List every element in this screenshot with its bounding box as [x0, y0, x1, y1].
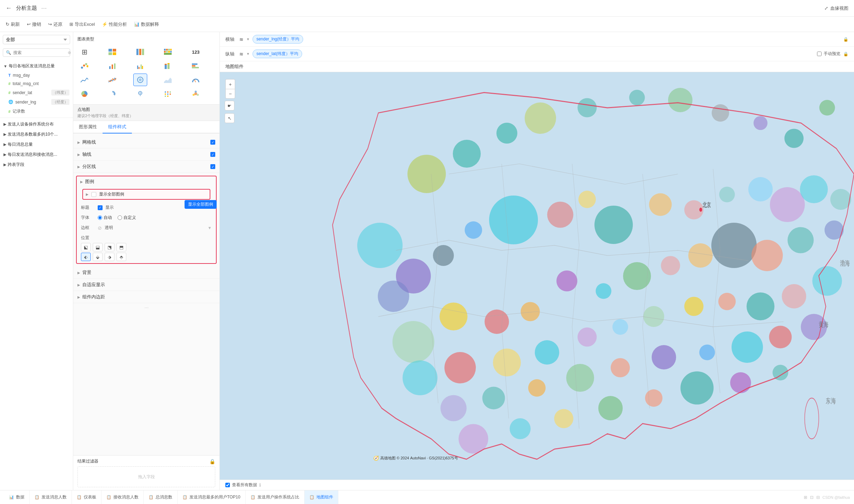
back-icon[interactable]: ←	[6, 5, 12, 12]
pos-br[interactable]: ⬗	[105, 253, 114, 261]
axislines-section[interactable]: ▶ 轴线	[73, 148, 219, 161]
y-lock-icon[interactable]: 🔒	[843, 52, 848, 56]
sidebar-item-total-msg[interactable]: # total_msg_cnt	[0, 79, 73, 88]
chart-icon-table[interactable]: ⊞	[77, 46, 91, 58]
gridlines-section[interactable]: ▶ 网格线	[73, 136, 219, 148]
font-custom-radio[interactable]	[118, 215, 122, 220]
data-interpret-btn[interactable]: 📊 数据解释	[134, 21, 159, 28]
bottom-tab-dashboard[interactable]: 📋 仪表板	[72, 490, 102, 504]
x-axis-dropdown-icon[interactable]: ▼	[246, 37, 250, 41]
chart-icon-pie[interactable]	[77, 87, 91, 100]
x-axis-tag[interactable]: sender_lng(经度）平均	[253, 35, 303, 44]
title-checkbox[interactable]	[98, 205, 103, 210]
chart-icon-dot[interactable]	[161, 87, 175, 100]
axislines-checkbox[interactable]	[210, 152, 215, 157]
map-container[interactable]: + − ☛ ↖	[220, 72, 854, 480]
refresh-btn[interactable]: ↻ 刷新	[6, 21, 20, 28]
chart-icon-bar[interactable]	[105, 60, 119, 72]
font-custom-label[interactable]: 自定义	[118, 215, 136, 221]
bottom-tab-map[interactable]: 📋 地图组件	[305, 490, 338, 504]
chart-icon-color-table[interactable]	[161, 46, 175, 58]
show-all-legend-row[interactable]: ▶ 显示全部图例	[82, 189, 210, 200]
chart-icon-area[interactable]	[161, 74, 175, 86]
chart-icon-grid[interactable]	[133, 46, 147, 58]
font-auto-radio[interactable]	[98, 215, 102, 220]
chart-icon-number[interactable]: 123	[189, 46, 203, 58]
y-axis-icon[interactable]: ≋	[239, 51, 244, 57]
chart-icon-gauge[interactable]	[189, 74, 203, 86]
chart-icon-cross-table[interactable]	[105, 46, 119, 58]
sidebar-group-header-device[interactable]: ▶ 发送人设备操作系统分布	[0, 119, 73, 129]
more-icon[interactable]: ⋯	[41, 5, 47, 12]
view-data-checkbox[interactable]	[225, 483, 230, 487]
sidebar-group-header-cross[interactable]: ▶ 跨表字段	[0, 160, 73, 170]
pos-tr2[interactable]: ⬒	[117, 243, 126, 251]
partitionlines-section[interactable]: ▶ 分区线	[73, 161, 219, 173]
font-auto-label[interactable]: 自动	[98, 215, 112, 221]
manual-preview-checkbox[interactable]	[817, 52, 822, 56]
pos-bl[interactable]: ⬖	[81, 253, 91, 261]
undo-btn[interactable]: ↩ 撤销	[27, 21, 41, 28]
chart-icon-hbar[interactable]	[189, 60, 203, 72]
chart-icon-grouped-bar[interactable]	[133, 60, 147, 72]
chart-icon-multiline[interactable]	[105, 74, 119, 86]
x-axis-icon[interactable]: ≋	[239, 37, 244, 42]
tab-component-style[interactable]: 组件样式	[103, 121, 132, 133]
redo-btn[interactable]: ↪ 还原	[48, 21, 62, 28]
bottom-tab-top10[interactable]: 📋 发送消息最多的用户TOP10	[178, 490, 246, 504]
sidebar-item-sender-lng[interactable]: 🌐 sender_lng （经度）	[0, 97, 73, 107]
background-section[interactable]: ▶ 背景	[73, 267, 219, 279]
pos-bc[interactable]: ⬙	[93, 253, 103, 261]
sidebar-item-records[interactable]: # 记录数	[0, 107, 73, 116]
perf-analysis-btn[interactable]: ⚡ 性能分析	[102, 21, 127, 28]
chart-icon-map[interactable]	[133, 87, 147, 100]
view-data-info-icon[interactable]: ℹ	[259, 482, 261, 488]
chart-icon-bubble[interactable]	[133, 74, 147, 86]
sidebar-group-header-daily-total[interactable]: ▶ 每日消息总量	[0, 139, 73, 150]
chart-icon-donut[interactable]	[105, 87, 119, 100]
category-select[interactable]: 全部	[3, 35, 70, 44]
pos-tr[interactable]: ⬔	[105, 243, 114, 251]
bottom-tab-data[interactable]: 📊 数据	[4, 490, 30, 504]
chart-icon-flower[interactable]	[189, 87, 203, 100]
adaptive-section[interactable]: ▶ 自适应显示	[73, 279, 219, 291]
layout-icon-1[interactable]: ⊞	[804, 495, 807, 500]
legend-header[interactable]: ▶ 图例	[77, 176, 216, 187]
gridlines-checkbox[interactable]	[210, 140, 215, 145]
filter-dropzone[interactable]: 拖入字段	[77, 466, 215, 487]
export-excel-btn[interactable]: ⊞ 导出Excel	[69, 21, 95, 28]
sidebar-search[interactable]: 🔍 ⊕	[3, 48, 70, 57]
sidebar-group-header-daily[interactable]: ▼ 每日各地区发送消息总量	[0, 61, 73, 71]
inner-margin-section[interactable]: ▶ 组件内边距	[73, 291, 219, 303]
bottom-tab-total-msg[interactable]: 📋 总消息数	[144, 490, 178, 504]
pos-tl[interactable]: ⬕	[81, 243, 91, 251]
zoom-in-btn[interactable]: +	[225, 79, 235, 89]
sidebar-group-header-send-receive[interactable]: ▶ 每日发送消息和接收消息...	[0, 150, 73, 160]
y-axis-dropdown-icon[interactable]: ▼	[246, 52, 250, 56]
pan-icon[interactable]: ☛	[225, 101, 234, 110]
bottom-tab-send-count[interactable]: 📋 发送消息人数	[30, 490, 72, 504]
show-legend-check[interactable]	[91, 192, 96, 197]
filter-lock-icon[interactable]: 🔒	[209, 459, 215, 464]
partitionlines-checkbox[interactable]	[210, 164, 215, 169]
pos-br2[interactable]: ⬘	[117, 253, 126, 261]
chart-icon-stacked[interactable]	[161, 60, 175, 72]
sidebar-item-sender-lat[interactable]: # sender_lat （纬度）	[0, 88, 73, 97]
bottom-tab-receive-count[interactable]: 📋 接收消息人数	[102, 490, 144, 504]
pos-tc[interactable]: ⬓	[93, 243, 103, 251]
bottom-tab-os-ratio[interactable]: 📋 发送用户操作系统占比	[246, 490, 305, 504]
cursor-icon[interactable]: ↖	[225, 113, 234, 123]
layout-icon-2[interactable]: ⊡	[810, 495, 814, 500]
layout-icon-3[interactable]: ⊟	[816, 495, 820, 500]
tab-chart-props[interactable]: 图形属性	[73, 121, 103, 133]
add-field-icon[interactable]: ⊕	[68, 50, 71, 55]
sidebar-group-header-top10[interactable]: ▶ 发送消息条数最多的10个...	[0, 129, 73, 139]
chart-icon-line[interactable]	[77, 74, 91, 86]
search-input[interactable]	[13, 50, 66, 55]
y-axis-tag[interactable]: sender_lat(纬度）平均	[253, 49, 302, 58]
border-dropdown[interactable]: ▼	[208, 226, 212, 230]
x-lock-icon[interactable]: 🔒	[843, 37, 848, 42]
chart-icon-scatter[interactable]	[77, 60, 91, 72]
zoom-out-btn[interactable]: −	[225, 89, 235, 99]
sidebar-select[interactable]: 全部	[3, 35, 70, 44]
